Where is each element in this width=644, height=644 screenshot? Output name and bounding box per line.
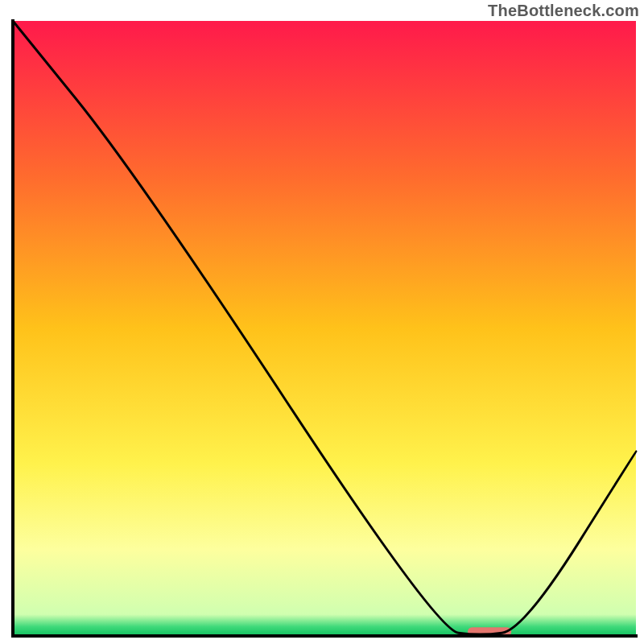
bottleneck-curve-plot bbox=[0, 0, 644, 644]
watermark-text: TheBottleneck.com bbox=[488, 2, 639, 20]
chart-container: TheBottleneck.com bbox=[0, 0, 644, 644]
gradient-background bbox=[13, 21, 636, 636]
